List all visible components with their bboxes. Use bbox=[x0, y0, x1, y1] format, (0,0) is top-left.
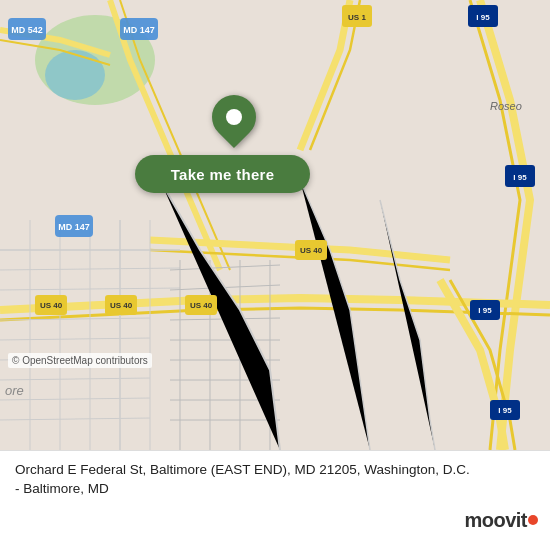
svg-text:MD 147: MD 147 bbox=[123, 25, 155, 35]
take-me-there-button[interactable]: Take me there bbox=[135, 155, 310, 193]
svg-text:US 40: US 40 bbox=[300, 246, 323, 255]
address-text: Orchard E Federal St, Baltimore (EAST EN… bbox=[15, 461, 535, 540]
svg-text:I 95: I 95 bbox=[513, 173, 527, 182]
svg-point-2 bbox=[45, 50, 105, 100]
osm-credit: © OpenStreetMap contributors bbox=[8, 353, 152, 368]
pin-inner-dot bbox=[226, 109, 242, 125]
moovit-dot bbox=[528, 515, 538, 525]
svg-text:MD 147: MD 147 bbox=[58, 222, 90, 232]
app-container: MD 542 MD 147 MD 147 US 1 I 95 I 95 Rose… bbox=[0, 0, 550, 550]
osm-credit-text: © OpenStreetMap contributors bbox=[12, 355, 148, 366]
svg-text:US 40: US 40 bbox=[40, 301, 63, 310]
pin-shape bbox=[203, 86, 265, 148]
svg-text:I 95: I 95 bbox=[476, 13, 490, 22]
svg-text:US 1: US 1 bbox=[348, 13, 366, 22]
info-bar: Orchard E Federal St, Baltimore (EAST EN… bbox=[0, 450, 550, 550]
moovit-logo: moovit bbox=[464, 509, 538, 532]
svg-text:I 95: I 95 bbox=[478, 306, 492, 315]
map-pin bbox=[212, 95, 256, 139]
take-me-there-label: Take me there bbox=[171, 166, 275, 183]
svg-text:US 40: US 40 bbox=[110, 301, 133, 310]
map-area: MD 542 MD 147 MD 147 US 1 I 95 I 95 Rose… bbox=[0, 0, 550, 450]
map-svg: MD 542 MD 147 MD 147 US 1 I 95 I 95 Rose… bbox=[0, 0, 550, 450]
svg-text:MD 542: MD 542 bbox=[11, 25, 43, 35]
svg-text:Roseo: Roseo bbox=[490, 100, 522, 112]
svg-text:ore: ore bbox=[5, 383, 24, 398]
svg-text:I 95: I 95 bbox=[498, 406, 512, 415]
moovit-text: moovit bbox=[464, 509, 527, 532]
svg-text:US 40: US 40 bbox=[190, 301, 213, 310]
